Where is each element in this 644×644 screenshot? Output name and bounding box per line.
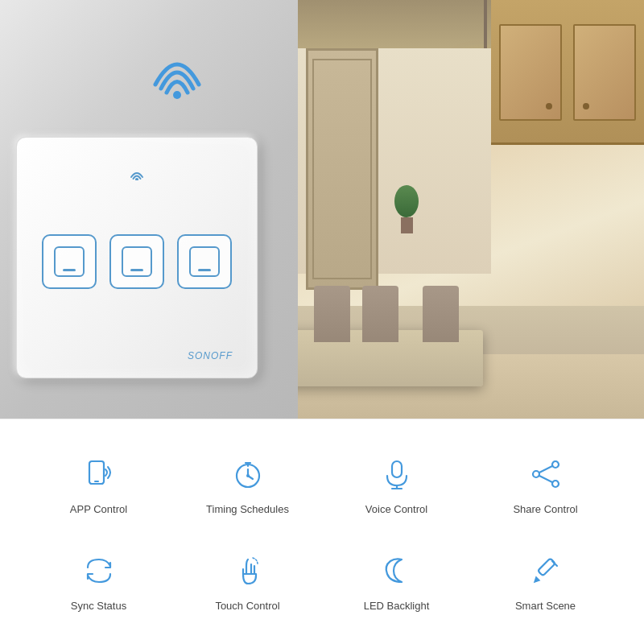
upper-cabinets	[491, 0, 644, 145]
kitchen-scene	[298, 0, 644, 419]
cabinet-door-right	[573, 24, 636, 121]
sync-label: Sync Status	[71, 600, 126, 612]
timing-label: Timing Schedules	[206, 503, 289, 515]
chair-2	[362, 286, 398, 342]
led-label: LED Backlight	[364, 600, 430, 612]
switch-btn-3-inner	[189, 246, 220, 277]
switch-btn-2[interactable]	[109, 234, 164, 289]
app-control-icon	[78, 453, 120, 495]
chair-3	[423, 286, 459, 342]
cabinet-handle-2	[583, 103, 589, 109]
svg-point-1	[135, 178, 138, 180]
plant-leaves	[394, 185, 419, 217]
touch-label: Touch Control	[215, 600, 279, 612]
app-control-label: APP Control	[70, 503, 127, 515]
feature-smart-scene: Smart Scene	[471, 532, 620, 629]
door-panel	[312, 59, 372, 279]
cabinet-door-left	[499, 24, 562, 121]
smart-scene-icon	[525, 550, 567, 592]
svg-point-13	[552, 461, 559, 468]
sync-icon	[78, 550, 120, 592]
feature-touch: Touch Control	[173, 532, 322, 629]
app-container: SONOFF	[0, 0, 644, 644]
left-panel: SONOFF	[0, 0, 298, 419]
plant	[394, 185, 419, 233]
svg-rect-2	[89, 461, 104, 484]
chair-1	[314, 286, 350, 342]
svg-point-9	[246, 474, 250, 477]
feature-app-control: APP Control	[24, 436, 173, 532]
switch-btn-3[interactable]	[177, 234, 232, 289]
switch-btn-1-inner	[54, 246, 85, 277]
feature-share: Share Control	[471, 436, 620, 532]
cabinet-handle	[546, 103, 552, 109]
feature-timing: Timing Schedules	[173, 436, 322, 532]
feature-sync: Sync Status	[24, 532, 173, 629]
svg-line-17	[539, 476, 552, 482]
product-image-section: SONOFF	[0, 0, 644, 419]
share-label: Share Control	[513, 503, 577, 515]
voice-icon	[376, 453, 418, 495]
door	[306, 48, 378, 290]
feature-led: LED Backlight	[322, 532, 471, 629]
switch-btn-2-inner	[122, 246, 152, 277]
svg-point-15	[552, 481, 559, 487]
touch-icon	[227, 550, 269, 592]
features-grid: APP Control Timing Schedules	[0, 419, 644, 644]
feature-voice: Voice Control	[322, 436, 471, 532]
led-icon	[376, 550, 418, 592]
device-switch: SONOFF	[16, 137, 258, 378]
brand-logo: SONOFF	[188, 350, 233, 361]
wifi-top-icon	[149, 48, 205, 97]
smart-scene-label: Smart Scene	[515, 600, 576, 612]
plant-pot	[401, 217, 413, 233]
svg-point-0	[173, 91, 181, 99]
svg-line-16	[539, 466, 552, 473]
share-icon	[525, 453, 567, 495]
svg-point-14	[533, 471, 539, 477]
voice-label: Voice Control	[365, 503, 427, 515]
svg-rect-10	[392, 461, 402, 477]
switch-buttons	[42, 234, 232, 289]
timing-icon	[227, 453, 269, 495]
switch-btn-1[interactable]	[42, 234, 97, 289]
